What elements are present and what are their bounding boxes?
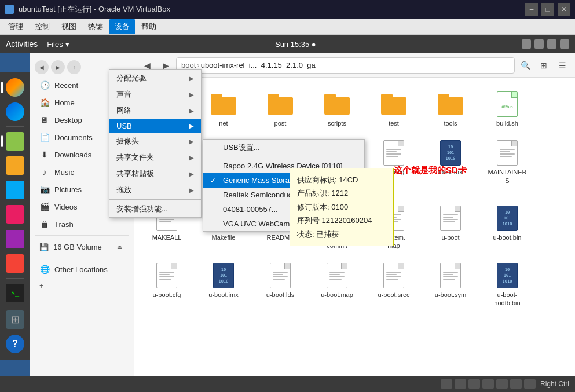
- menu-usb[interactable]: USB ▶: [109, 119, 201, 133]
- question-icon[interactable]: [522, 39, 531, 49]
- file-item[interactable]: #!/bin build.sh: [484, 87, 530, 131]
- file-item[interactable]: u-boot: [427, 201, 474, 254]
- volume-icon[interactable]: [534, 39, 544, 49]
- dock-item-downloads[interactable]: [3, 179, 27, 201]
- dock-item-videos[interactable]: [3, 252, 27, 274]
- usb-rapoo-item[interactable]: Rapoo 2.4G Wireless Device [0110]: [203, 159, 364, 173]
- file-item[interactable]: u-boot.map: [314, 258, 360, 311]
- file-item[interactable]: 10 101 1010 u-boot.bin: [484, 201, 530, 254]
- window-title: ubuntuTest [正在运行] - Oracle VM VirtualBox: [19, 4, 170, 14]
- file-name: u-boot.bin: [493, 233, 522, 241]
- menu-view[interactable]: 视图: [56, 19, 82, 34]
- dock-item-music[interactable]: [3, 203, 27, 225]
- dock-item-apps[interactable]: ⊞: [3, 309, 27, 331]
- nav-up-button[interactable]: ↑: [67, 60, 81, 74]
- usb-040-item[interactable]: 04081-000557...: [203, 202, 364, 217]
- file-item[interactable]: 10 101 1010 load.imx: [427, 135, 474, 196]
- file-name: snapshot. commit: [323, 233, 351, 250]
- search-button[interactable]: 🔍: [517, 57, 533, 74]
- sidebar-item-other-locations[interactable]: 🌐 Other Locations: [30, 261, 134, 278]
- settings-icon[interactable]: [560, 39, 569, 49]
- eject-button[interactable]: ⏏: [114, 241, 124, 252]
- sidebar-label-other: Other Locations: [54, 265, 108, 274]
- file-item[interactable]: test: [371, 87, 417, 131]
- sidebar-label-music: Music: [54, 168, 74, 177]
- sidebar-item-trash[interactable]: 🗑 Trash: [30, 215, 134, 233]
- menu-audio[interactable]: 声音 ▶: [109, 86, 201, 102]
- dock-item-thunderbird[interactable]: [3, 101, 27, 123]
- menu-guest-additions[interactable]: 安装增强功能...: [109, 201, 201, 217]
- file-item[interactable]: post: [257, 87, 303, 131]
- menu-clipboard[interactable]: 共享粘贴板 ▶: [109, 166, 201, 182]
- nav-forward-button[interactable]: ▶: [51, 60, 65, 74]
- usb-settings-item[interactable]: USB设置...: [203, 140, 364, 156]
- power-icon[interactable]: [547, 39, 556, 49]
- file-name: post: [274, 119, 287, 127]
- file-item[interactable]: scripts: [314, 87, 360, 131]
- status-bar: Right Ctrl: [0, 376, 575, 392]
- menu-shared-folder[interactable]: 共享文件夹 ▶: [109, 149, 201, 166]
- dock-item-firefox[interactable]: [3, 76, 27, 98]
- menu-help[interactable]: 帮助: [135, 19, 162, 34]
- audio-status-icon: [468, 379, 480, 389]
- usb-realtek-item[interactable]: Realtek Semiconductor Corp. [0200]: [203, 188, 364, 202]
- recent-icon: 🕐: [39, 80, 50, 90]
- file-name: u-boot.lds: [266, 291, 294, 299]
- menu-control[interactable]: 控制: [29, 19, 56, 34]
- music-sidebar-icon: ♪: [39, 167, 50, 177]
- file-item[interactable]: MAINTAINERS: [484, 135, 530, 196]
- path-current[interactable]: uboot-imx-rel_i..._4.1.15_2.1.0_ga: [201, 61, 316, 69]
- menu-camera[interactable]: 摄像头 ▶: [109, 133, 201, 149]
- usb-submenu[interactable]: USB设置... Rapoo 2.4G Wireless Device [011…: [203, 139, 365, 232]
- file-item[interactable]: net: [200, 87, 247, 131]
- files-menu-button[interactable]: Files ▾: [47, 40, 69, 49]
- file-item[interactable]: Kconfig: [371, 135, 417, 196]
- right-ctrl-label: Right Ctrl: [540, 380, 569, 388]
- device-menu[interactable]: 分配光驱 ▶ 声音 ▶ 网络 ▶ USB ▶: [109, 69, 202, 218]
- files-label: Files: [47, 40, 63, 49]
- dock-item-files[interactable]: [3, 130, 27, 152]
- generic-label: Generic Mass Storage Device [0100]: [223, 176, 346, 185]
- sidebar-item-volume[interactable]: 💾 16 GB Volume ⏏: [30, 238, 134, 255]
- path-bar: boot › uboot-imx-rel_i..._4.1.15_2.1.0_g…: [176, 57, 515, 74]
- nav-back-button[interactable]: ◀: [35, 60, 49, 74]
- usb-webcam-item[interactable]: VGA UVC WebCam [0014]: [203, 217, 364, 231]
- network-label: 网络: [116, 105, 131, 116]
- audio-label: 声音: [116, 89, 131, 100]
- menu-hotkey[interactable]: 热键: [82, 19, 109, 34]
- dock-item-terminal[interactable]: $_: [3, 282, 27, 304]
- vm-area: Activities Files ▾ Sun 15:35 ●: [0, 35, 575, 392]
- menu-manage[interactable]: 管理: [2, 19, 29, 34]
- menu-button[interactable]: ☰: [554, 57, 570, 74]
- file-item[interactable]: 10 101 1010 u-boot- nodtb.bin: [484, 258, 530, 311]
- file-item[interactable]: tools: [427, 87, 474, 131]
- sidebar-divider-2: [35, 258, 129, 258]
- maximize-button[interactable]: □: [541, 3, 554, 16]
- view-toggle-button[interactable]: ⊞: [536, 57, 552, 74]
- file-item[interactable]: u-boot.lds: [257, 258, 303, 311]
- menu-network[interactable]: 网络 ▶: [109, 102, 201, 119]
- menu-dragdrop[interactable]: 拖放 ▶: [109, 182, 201, 198]
- dock-item-help[interactable]: ?: [3, 333, 27, 355]
- sidebar-label-videos: Videos: [54, 203, 78, 211]
- dock-item-photos[interactable]: [3, 228, 27, 250]
- close-button[interactable]: ✕: [558, 3, 570, 16]
- sidebar-add-button[interactable]: +: [30, 278, 134, 294]
- menu-device[interactable]: 设备: [109, 19, 135, 34]
- file-item[interactable]: u-boot.srec: [371, 258, 417, 311]
- trash-sidebar-icon: 🗑: [39, 219, 50, 229]
- shared-folder-label: 共享文件夹: [116, 152, 154, 163]
- file-item[interactable]: u-boot.sym: [427, 258, 474, 311]
- activities-button[interactable]: Activities: [6, 39, 38, 49]
- dock-separator: [6, 126, 24, 127]
- path-boot[interactable]: boot: [181, 61, 196, 69]
- usb-generic-item[interactable]: ✓ Generic Mass Storage Device [0100]: [203, 173, 364, 188]
- menu-optical[interactable]: 分配光驱 ▶: [109, 70, 201, 86]
- file-item[interactable]: 10 101 1010 u-boot.imx: [200, 258, 247, 311]
- file-item[interactable]: System. map: [371, 201, 417, 254]
- file-name: scripts: [328, 119, 346, 127]
- dock-item-folder[interactable]: [3, 155, 27, 177]
- file-name: u-boot.cfg: [153, 291, 181, 299]
- file-item[interactable]: u-boot.cfg: [144, 258, 190, 311]
- minimize-button[interactable]: –: [525, 3, 538, 16]
